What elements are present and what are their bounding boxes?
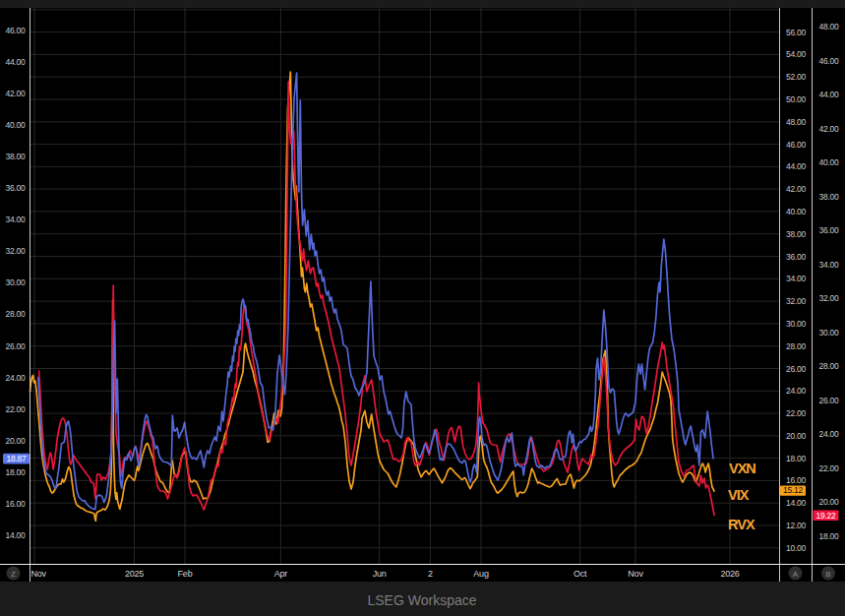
- svg-text:2026: 2026: [720, 569, 739, 579]
- svg-text:28.00: 28.00: [786, 341, 806, 351]
- svg-text:26.00: 26.00: [819, 396, 839, 405]
- svg-text:42.00: 42.00: [819, 124, 839, 134]
- svg-text:44.00: 44.00: [786, 161, 806, 171]
- svg-text:20.00: 20.00: [819, 497, 839, 507]
- svg-text:LSEG Workspace: LSEG Workspace: [367, 592, 476, 608]
- svg-text:2: 2: [428, 569, 433, 579]
- svg-text:30.00: 30.00: [819, 328, 839, 338]
- svg-text:38.00: 38.00: [786, 229, 806, 239]
- svg-text:36.00: 36.00: [819, 225, 839, 235]
- svg-text:RVX: RVX: [728, 517, 755, 532]
- svg-text:26.00: 26.00: [6, 341, 26, 351]
- svg-text:2025: 2025: [125, 569, 144, 579]
- svg-text:14.00: 14.00: [786, 498, 806, 508]
- svg-text:42.00: 42.00: [6, 89, 26, 98]
- svg-text:22.00: 22.00: [819, 463, 839, 473]
- svg-text:34.00: 34.00: [6, 215, 26, 224]
- svg-text:14.00: 14.00: [6, 530, 26, 540]
- svg-text:12.00: 12.00: [786, 521, 806, 530]
- svg-text:19.22: 19.22: [816, 511, 836, 521]
- svg-text:Nov: Nov: [628, 569, 643, 579]
- svg-text:44.00: 44.00: [819, 90, 839, 99]
- svg-text:46.00: 46.00: [786, 140, 806, 150]
- svg-text:50.00: 50.00: [786, 94, 806, 104]
- svg-text:44.00: 44.00: [6, 57, 26, 67]
- svg-text:A: A: [793, 570, 799, 579]
- svg-text:24.00: 24.00: [6, 373, 26, 383]
- svg-text:32.00: 32.00: [786, 296, 806, 306]
- svg-text:16.00: 16.00: [786, 475, 806, 485]
- svg-text:18.87: 18.87: [7, 454, 27, 463]
- svg-text:52.00: 52.00: [786, 72, 806, 82]
- svg-text:24.00: 24.00: [786, 386, 806, 396]
- svg-text:22.00: 22.00: [786, 408, 806, 418]
- svg-text:Jun: Jun: [373, 569, 387, 579]
- svg-text:34.00: 34.00: [786, 274, 806, 283]
- svg-text:18.00: 18.00: [786, 454, 806, 463]
- svg-text:48.00: 48.00: [786, 117, 806, 127]
- svg-text:26.00: 26.00: [786, 364, 806, 374]
- svg-text:18.00: 18.00: [819, 531, 839, 541]
- svg-text:46.00: 46.00: [819, 56, 839, 66]
- svg-text:40.00: 40.00: [786, 207, 806, 216]
- svg-text:38.00: 38.00: [6, 152, 26, 161]
- svg-text:34.00: 34.00: [819, 260, 839, 270]
- svg-text:30.00: 30.00: [786, 319, 806, 329]
- svg-text:36.00: 36.00: [786, 252, 806, 262]
- svg-text:30.00: 30.00: [6, 277, 26, 287]
- svg-text:32.00: 32.00: [6, 246, 26, 256]
- svg-text:38.00: 38.00: [819, 192, 839, 202]
- svg-text:32.00: 32.00: [819, 293, 839, 303]
- svg-text:18.00: 18.00: [6, 467, 26, 477]
- svg-text:28.00: 28.00: [819, 361, 839, 371]
- svg-text:48.00: 48.00: [819, 22, 839, 31]
- svg-text:Feb: Feb: [178, 569, 193, 579]
- svg-text:VXN: VXN: [729, 461, 755, 476]
- svg-text:40.00: 40.00: [6, 120, 26, 130]
- svg-text:24.00: 24.00: [819, 429, 839, 439]
- svg-text:VIX: VIX: [728, 487, 750, 503]
- svg-text:28.00: 28.00: [6, 309, 26, 319]
- svg-text:16.00: 16.00: [6, 499, 26, 509]
- svg-text:40.00: 40.00: [819, 157, 839, 167]
- svg-text:56.00: 56.00: [786, 28, 806, 37]
- svg-text:15.12: 15.12: [783, 485, 803, 495]
- svg-text:22.00: 22.00: [6, 404, 26, 414]
- svg-text:Apr: Apr: [274, 569, 288, 579]
- svg-text:Z: Z: [11, 570, 16, 579]
- svg-text:Nov: Nov: [31, 569, 47, 579]
- svg-text:B: B: [825, 570, 830, 579]
- svg-text:46.00: 46.00: [6, 26, 26, 35]
- svg-text:20.00: 20.00: [6, 436, 26, 446]
- svg-text:Aug: Aug: [473, 569, 489, 579]
- svg-text:54.00: 54.00: [786, 49, 806, 59]
- svg-text:36.00: 36.00: [6, 183, 26, 193]
- svg-text:42.00: 42.00: [786, 184, 806, 194]
- svg-text:Oct: Oct: [573, 569, 587, 579]
- svg-text:20.00: 20.00: [786, 431, 806, 441]
- svg-text:10.00: 10.00: [786, 543, 806, 553]
